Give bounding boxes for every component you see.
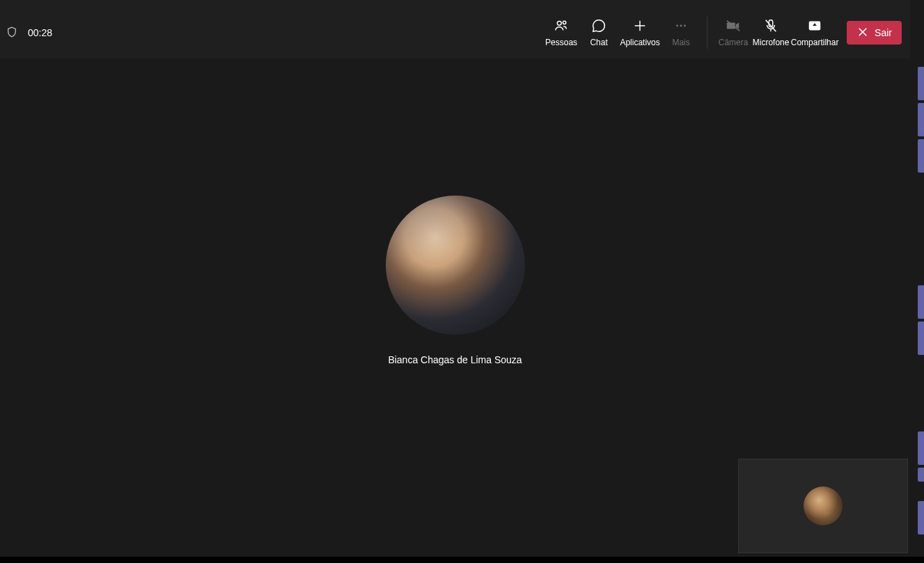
- more-label: Mais: [672, 38, 689, 47]
- side-accent: [918, 139, 924, 173]
- close-icon: [856, 26, 869, 40]
- leave-button[interactable]: Sair: [847, 21, 902, 45]
- svg-point-4: [684, 25, 686, 27]
- share-button[interactable]: Compartilhar: [790, 7, 840, 58]
- people-button[interactable]: Pessoas: [542, 7, 580, 58]
- side-accent: [918, 431, 924, 465]
- svg-point-1: [563, 21, 565, 24]
- share-icon: [807, 18, 822, 33]
- plus-icon: [632, 18, 648, 33]
- toolbar-right: Pessoas Chat Aplicativos Mais: [542, 7, 910, 58]
- chat-label: Chat: [590, 38, 607, 47]
- chat-button[interactable]: Chat: [580, 7, 618, 58]
- more-icon: [673, 18, 689, 33]
- self-view[interactable]: [738, 459, 908, 553]
- camera-button[interactable]: Câmera: [714, 7, 752, 58]
- side-accent: [918, 103, 924, 136]
- call-window: 00:28 Pessoas Chat Aplicativos: [0, 0, 910, 557]
- participant-name: Bianca Chagas de Lima Souza: [388, 354, 522, 365]
- video-stage: Bianca Chagas de Lima Souza: [0, 58, 910, 557]
- apps-label: Aplicativos: [620, 38, 659, 47]
- toolbar-left: 00:28: [0, 26, 52, 40]
- leave-label: Sair: [875, 27, 892, 38]
- mic-button[interactable]: Microfone: [752, 7, 790, 58]
- people-label: Pessoas: [545, 38, 577, 47]
- side-accent: [918, 501, 924, 534]
- mic-muted-icon: [763, 18, 778, 33]
- camera-off-icon: [726, 18, 741, 33]
- people-icon: [554, 18, 569, 33]
- side-accent: [918, 468, 924, 482]
- participant-avatar: [386, 196, 525, 335]
- shield-icon: [6, 26, 18, 40]
- svg-point-2: [676, 25, 678, 27]
- more-button[interactable]: Mais: [662, 7, 700, 58]
- apps-button[interactable]: Aplicativos: [618, 7, 662, 58]
- chat-icon: [591, 18, 606, 33]
- mic-label: Microfone: [753, 38, 790, 47]
- side-accent: [918, 322, 924, 355]
- camera-label: Câmera: [719, 38, 749, 47]
- participant-tile: Bianca Chagas de Lima Souza: [386, 196, 525, 365]
- top-toolbar: 00:28 Pessoas Chat Aplicativos: [0, 7, 910, 58]
- share-label: Compartilhar: [791, 38, 839, 47]
- svg-point-3: [680, 25, 682, 27]
- call-timer: 00:28: [28, 27, 52, 38]
- right-edge-strip: [910, 0, 924, 557]
- side-accent: [918, 285, 924, 319]
- toolbar-separator: [707, 17, 707, 49]
- svg-point-0: [557, 21, 561, 25]
- self-avatar: [804, 486, 843, 525]
- side-accent: [918, 67, 924, 100]
